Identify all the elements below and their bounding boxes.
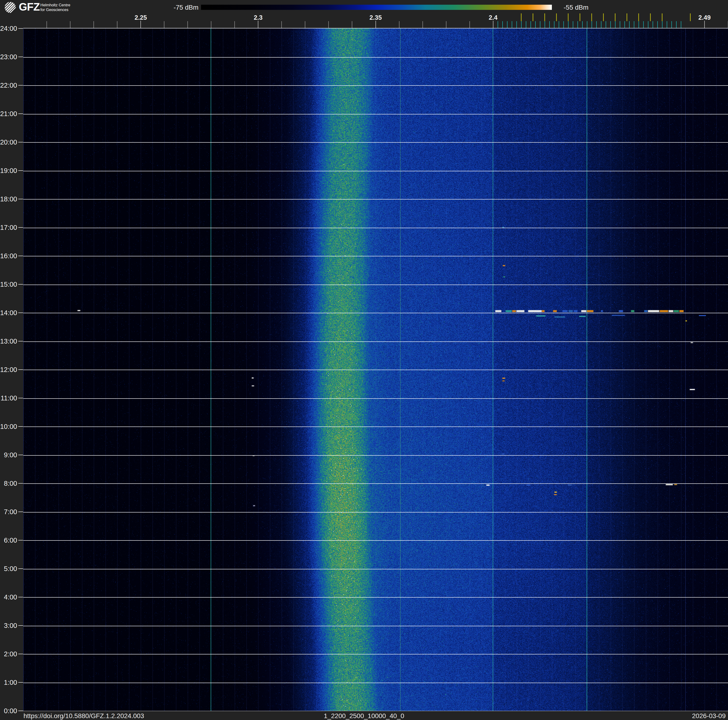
time-axis: 24:0023:0022:0021:0020:0019:0018:0017:00… [0, 0, 23, 720]
freq-labeled-tick [258, 21, 258, 28]
ble-channel-tick [516, 21, 517, 28]
ble-channel-tick [620, 21, 620, 28]
wifi-channel-tick [615, 14, 615, 21]
freq-minor-tick [352, 21, 352, 28]
freq-minor-tick [281, 21, 282, 28]
time-tick [18, 341, 23, 342]
time-tick-label: 17:00 [0, 224, 17, 231]
wifi-channel-tick [556, 14, 557, 21]
spectrogram-canvas [23, 28, 728, 711]
ble-channel-tick [531, 21, 531, 28]
time-tick [18, 483, 23, 484]
time-tick-label: 5:00 [0, 565, 17, 573]
time-tick [18, 654, 23, 654]
wifi-channel-tick [627, 14, 627, 21]
time-tick [18, 625, 23, 626]
ble-channel-tick [512, 21, 512, 28]
ble-channel-tick [606, 21, 606, 28]
time-tick [18, 57, 23, 57]
time-tick [18, 85, 23, 86]
freq-minor-tick [70, 21, 70, 28]
wifi-channel-tick [544, 14, 545, 21]
ble-channel-tick [596, 21, 597, 28]
freq-tick-label: 2.3 [242, 14, 275, 21]
ble-channel-tick [629, 21, 630, 28]
spectrogram-plot-area [23, 28, 728, 711]
ble-channel-tick [587, 21, 587, 28]
time-tick-label: 15:00 [0, 280, 17, 288]
time-tick-label: 13:00 [0, 337, 17, 345]
freq-minor-tick [446, 21, 447, 28]
ble-channel-tick [535, 21, 536, 28]
time-tick [18, 256, 23, 256]
time-tick [18, 682, 23, 683]
wifi-channel-tick [603, 14, 604, 21]
time-tick-label: 22:00 [0, 81, 17, 89]
ble-channel-tick [549, 21, 550, 28]
freq-minor-tick [117, 21, 118, 28]
ble-channel-tick [601, 21, 601, 28]
ble-channel-tick [634, 21, 634, 28]
freq-minor-tick [211, 21, 211, 28]
time-tick [18, 455, 23, 455]
freq-minor-tick [187, 21, 188, 28]
ble-channel-tick [657, 21, 658, 28]
time-tick-label: 23:00 [0, 53, 17, 61]
time-tick-label: 9:00 [0, 451, 17, 459]
time-tick [18, 170, 23, 171]
time-tick [18, 369, 23, 370]
freq-minor-tick [93, 21, 94, 28]
time-tick [18, 512, 23, 512]
freq-labeled-tick [493, 21, 493, 28]
dataset-id-label: 1_2200_2500_10000_40_0 [0, 712, 728, 720]
time-tick-label: 18:00 [0, 195, 17, 203]
freq-minor-tick [164, 21, 164, 28]
time-tick-label: 16:00 [0, 252, 17, 260]
ble-channel-tick [563, 21, 564, 28]
ble-channel-tick [624, 21, 625, 28]
ble-channel-tick [676, 21, 677, 28]
time-tick [18, 227, 23, 228]
wifi-channel-tick [591, 14, 592, 21]
ble-channel-tick [662, 21, 662, 28]
time-tick-label: 12:00 [0, 366, 17, 374]
time-tick [18, 28, 23, 29]
time-tick-label: 24:00 [0, 25, 17, 32]
freq-tick-label: 2.49 [688, 14, 721, 21]
time-tick [18, 313, 23, 313]
time-tick [18, 199, 23, 199]
ble-channel-tick [671, 21, 672, 28]
wifi-channel-tick [521, 14, 522, 21]
ble-channel-tick [610, 21, 611, 28]
time-tick [18, 284, 23, 285]
time-tick [18, 540, 23, 541]
ble-channel-tick [526, 21, 526, 28]
ble-channel-tick [554, 21, 554, 28]
ble-channel-tick [544, 21, 545, 28]
ble-channel-tick [559, 21, 559, 28]
time-tick-label: 8:00 [0, 479, 17, 487]
ble-channel-tick [521, 21, 522, 28]
freq-tick-label: 2.35 [359, 14, 392, 21]
freq-minor-tick [305, 21, 305, 28]
freq-minor-tick [234, 21, 235, 28]
time-tick-label: 7:00 [0, 508, 17, 516]
time-tick-label: 11:00 [0, 394, 17, 402]
time-tick [18, 426, 23, 427]
wifi-channel-tick [638, 14, 639, 21]
time-tick-label: 21:00 [0, 110, 17, 118]
freq-minor-tick [470, 21, 470, 28]
wifi-channel-tick [580, 14, 580, 21]
freq-minor-tick [46, 21, 47, 28]
ble-channel-tick [502, 21, 503, 28]
ble-channel-tick [643, 21, 644, 28]
ble-channel-tick [592, 21, 592, 28]
time-tick-label: 14:00 [0, 309, 17, 317]
freq-tick-label: 2.4 [477, 14, 509, 21]
wifi-channel-tick [568, 14, 569, 21]
time-tick-label: 20:00 [0, 138, 17, 146]
time-tick-label: 1:00 [0, 679, 17, 686]
time-tick [18, 398, 23, 398]
ble-channel-tick [498, 21, 498, 28]
time-tick [18, 597, 23, 597]
